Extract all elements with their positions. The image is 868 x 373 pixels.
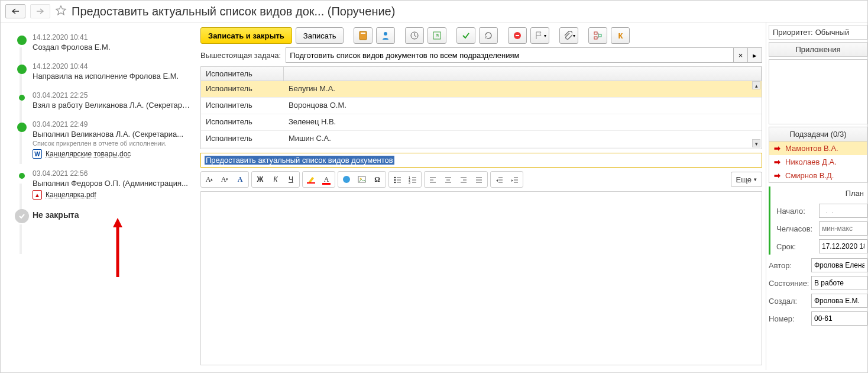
table-row[interactable]: Исполнитель Воронцова О.М.: [201, 98, 762, 114]
clock-button[interactable]: [405, 27, 424, 44]
start-input[interactable]: [819, 204, 867, 218]
stop-button[interactable]: [508, 27, 527, 44]
svg-point-7: [514, 32, 521, 39]
indent-button[interactable]: [507, 173, 522, 186]
flag-button[interactable]: ▾: [530, 27, 549, 44]
timeline-dot-icon: [19, 95, 25, 101]
subtasks-header[interactable]: Подзадачи (0/3): [769, 127, 867, 142]
timeline-date: 03.04.2021 22:25: [33, 91, 190, 99]
author-label: Автор:: [769, 261, 808, 270]
timeline-file[interactable]: ▲ Канцелярка.pdf: [33, 190, 190, 200]
tree-button[interactable]: [588, 27, 607, 44]
editor-body[interactable]: [200, 191, 762, 365]
nav-back-button[interactable]: [5, 4, 25, 18]
timeline-text: Выполнил Федоров О.П. (Администрация...: [33, 179, 190, 188]
save-button[interactable]: Записать: [296, 27, 344, 44]
priority-value: Обычный: [815, 28, 849, 37]
timeline-dot-icon: [17, 65, 27, 74]
underline-button[interactable]: Ч: [284, 173, 298, 186]
address-book-button[interactable]: [354, 27, 373, 44]
timeline-date: 14.12.2020 10:41: [33, 33, 190, 41]
subtask-item[interactable]: ➡ Николаев Д.А.: [769, 155, 867, 169]
arrow-right-icon: ➡: [774, 144, 780, 153]
parent-task-label: Вышестоящая задача:: [200, 51, 281, 60]
insert-image-button[interactable]: [355, 173, 369, 186]
editor-toolbar: A▴ A▾ A Ж К Ч A Ω 123: [200, 171, 762, 188]
svg-rect-11: [598, 34, 601, 37]
font-decrease-button[interactable]: A▾: [218, 173, 232, 186]
task-title-selection: Предоставить актуальный список видов док…: [205, 156, 394, 165]
font-dialog-button[interactable]: A: [233, 173, 247, 186]
state-input[interactable]: [811, 276, 867, 290]
priority-label: Приоритет:: [773, 28, 813, 37]
svg-rect-10: [594, 37, 597, 39]
main-toolbar: Записать и закрыть Записать ▾ ▾ К: [200, 27, 762, 44]
insert-link-button[interactable]: [339, 173, 354, 186]
check-button[interactable]: [456, 27, 475, 44]
font-increase-button[interactable]: A▴: [202, 173, 216, 186]
svg-marker-1: [113, 218, 122, 227]
outdent-button[interactable]: [492, 173, 506, 186]
task-title-input[interactable]: Предоставить актуальный список видов док…: [200, 153, 762, 168]
table-row[interactable]: Исполнитель Петров И.С.: [201, 147, 762, 149]
hours-input[interactable]: [819, 221, 867, 236]
highlight-color-button[interactable]: [304, 173, 318, 186]
subtask-item[interactable]: ➡ Мамонтов В.А.: [769, 142, 867, 155]
svg-rect-8: [516, 35, 519, 36]
pdf-file-icon: ▲: [33, 190, 42, 200]
grid-scroll-down-button[interactable]: ▾: [752, 139, 760, 147]
attach-button[interactable]: ▾: [559, 27, 578, 44]
file-link[interactable]: Канцелярка.pdf: [46, 191, 96, 199]
file-link[interactable]: Канцелярские товары.doc: [46, 150, 131, 158]
due-input[interactable]: [819, 239, 867, 253]
favorite-star-icon[interactable]: [55, 5, 67, 18]
svg-rect-3: [361, 33, 365, 34]
author-input[interactable]: [811, 258, 867, 272]
created-input[interactable]: [811, 294, 867, 308]
italic-button[interactable]: К: [268, 173, 283, 186]
arrow-right-icon: ➡: [774, 171, 780, 180]
save-and-close-button[interactable]: Записать и закрыть: [200, 27, 292, 44]
attachments-area[interactable]: [769, 59, 867, 124]
priority-row[interactable]: Приоритет: Обычный: [769, 25, 867, 40]
grid-header-name[interactable]: [284, 67, 762, 81]
svg-point-5: [411, 32, 418, 39]
number-list-button[interactable]: 123: [406, 173, 420, 186]
performers-grid: Исполнитель Исполнитель Белугин М.А. Исп…: [200, 66, 762, 149]
timeline-text: Выполнил Великанова Л.А. (Секретариа...: [33, 130, 190, 139]
timeline-text: Направила на исполнение Фролова Е.М.: [33, 72, 190, 81]
clear-parent-task-button[interactable]: ×: [734, 47, 748, 63]
page-title: Предоставить актуальный список видов док…: [72, 5, 395, 18]
subtask-item[interactable]: ➡ Смирнов В.Д.: [769, 169, 867, 182]
number-input[interactable]: [811, 311, 867, 326]
svg-point-4: [384, 32, 387, 36]
grid-header-role[interactable]: Исполнитель: [201, 67, 284, 81]
person-button[interactable]: [376, 27, 395, 44]
bullet-list-button[interactable]: [390, 173, 404, 186]
svg-point-19: [394, 182, 396, 183]
timeline-file[interactable]: W Канцелярские товары.doc: [33, 149, 190, 159]
k-button[interactable]: К: [611, 27, 630, 44]
align-left-button[interactable]: [426, 173, 440, 186]
open-parent-task-button[interactable]: ▸: [748, 47, 762, 63]
grid-body[interactable]: Исполнитель Белугин М.А. Исполнитель Вор…: [201, 81, 762, 149]
grid-scroll-up-button[interactable]: ▴: [752, 81, 760, 89]
arrows-button[interactable]: [427, 27, 446, 44]
timeline-dot-icon: [17, 123, 27, 132]
table-row[interactable]: Исполнитель Зеленец Н.В.: [201, 114, 762, 131]
state-label: Состояние:: [769, 279, 808, 288]
parent-task-input[interactable]: [286, 47, 734, 63]
refresh-button[interactable]: [479, 27, 498, 44]
insert-symbol-button[interactable]: Ω: [370, 173, 384, 186]
align-justify-button[interactable]: [472, 173, 486, 186]
table-row[interactable]: Исполнитель Белугин М.А.: [201, 81, 762, 98]
editor-more-button[interactable]: Еще▾: [731, 172, 762, 187]
attachments-header[interactable]: Приложения: [769, 42, 867, 57]
table-row[interactable]: Исполнитель Мишин С.А.: [201, 131, 762, 147]
bold-button[interactable]: Ж: [253, 173, 267, 186]
text-color-button[interactable]: A: [319, 173, 333, 186]
align-right-button[interactable]: [456, 173, 471, 186]
svg-point-18: [394, 179, 396, 181]
timeline-date: 03.04.2021 22:49: [33, 120, 190, 128]
align-center-button[interactable]: [441, 173, 455, 186]
